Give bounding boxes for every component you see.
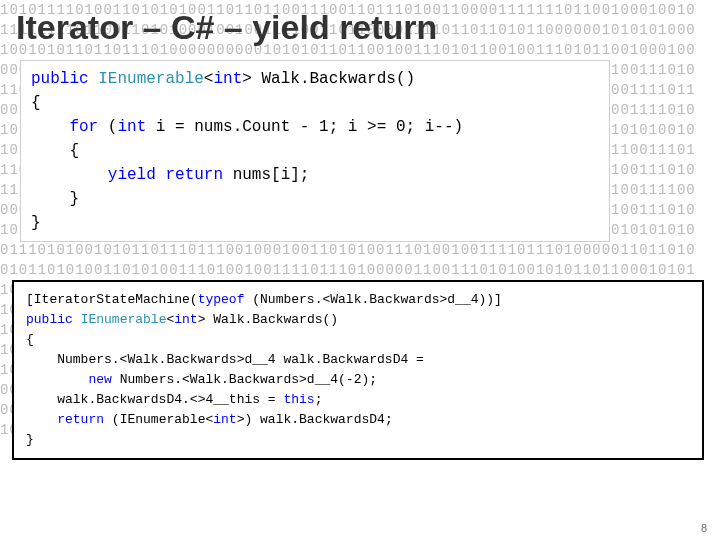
keyword: public [31,70,89,88]
keyword: public [26,312,73,327]
code-text: nums[i]; [223,166,309,184]
keyword: int [174,312,197,327]
brace: } [31,190,79,208]
code-panel-source: public IEnumerable<int> Walk.Backwards()… [20,60,610,242]
code-text: >) walk.BackwardsD4; [237,412,393,427]
brace: { [26,332,34,347]
keyword: for [69,118,98,136]
keyword: yield return [108,166,223,184]
slide-title: Iterator – C# – yield return [16,8,437,47]
code-text: ; [315,392,323,407]
method-name: Walk.Backwards() [261,70,415,88]
keyword: int [213,70,242,88]
attribute: [IteratorStateMachine(typeof (Numbers.<W… [26,292,502,307]
code-text: i = nums.Count - 1; i >= 0; i--) [146,118,463,136]
page-number: 8 [698,522,710,534]
code-text: Numbers.<Walk.Backwards>d__4(-2); [112,372,377,387]
code-text: ( [98,118,117,136]
code-text: walk.BackwardsD4.<>4__this = [26,392,283,407]
method-name: Walk.Backwards() [213,312,338,327]
keyword: int [117,118,146,136]
brace: } [31,214,41,232]
brace: } [26,432,34,447]
type: IEnumerable [98,70,204,88]
brace: { [31,142,79,160]
brace: { [31,94,41,112]
code-text: (IEnumerable< [104,412,213,427]
keyword: new [88,372,111,387]
keyword: this [283,392,314,407]
type: IEnumerable [81,312,167,327]
keyword: return [57,412,104,427]
code-panel-decompiled: [IteratorStateMachine(typeof (Numbers.<W… [12,280,704,460]
code-text: Numbers.<Walk.Backwards>d__4 walk.Backwa… [26,352,424,367]
keyword: int [213,412,236,427]
